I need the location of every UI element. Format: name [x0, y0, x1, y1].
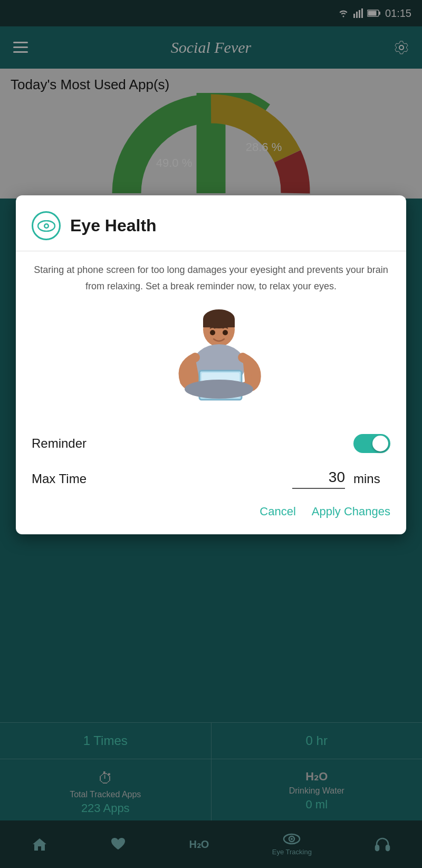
- cancel-button[interactable]: Cancel: [260, 505, 295, 518]
- reminder-label: Reminder: [32, 436, 87, 451]
- svg-point-23: [210, 330, 215, 335]
- max-time-row: Max Time 30 mins: [16, 464, 406, 499]
- eye-health-modal: Eye Health Staring at phone screen for t…: [16, 195, 406, 534]
- max-time-label: Max Time: [32, 471, 292, 486]
- toggle-knob: [372, 436, 388, 451]
- apply-changes-button[interactable]: Apply Changes: [312, 505, 390, 518]
- reminder-toggle[interactable]: [353, 434, 390, 453]
- reminder-row: Reminder: [16, 423, 406, 464]
- max-time-unit: mins: [353, 471, 390, 486]
- modal-header: Eye Health: [16, 195, 406, 251]
- max-time-value[interactable]: 30: [292, 469, 345, 489]
- svg-rect-17: [203, 319, 235, 327]
- modal-description: Staring at phone screen for too long dam…: [16, 262, 406, 294]
- illustration-area: [16, 294, 406, 423]
- person-illustration: [142, 307, 280, 413]
- svg-point-14: [45, 224, 47, 227]
- svg-point-25: [185, 380, 253, 399]
- svg-point-24: [223, 330, 228, 335]
- modal-actions: Cancel Apply Changes: [16, 499, 406, 529]
- eye-svg-icon: [37, 220, 55, 232]
- eye-health-icon: [32, 211, 61, 240]
- modal-title: Eye Health: [70, 216, 157, 235]
- modal-divider: [16, 251, 406, 251]
